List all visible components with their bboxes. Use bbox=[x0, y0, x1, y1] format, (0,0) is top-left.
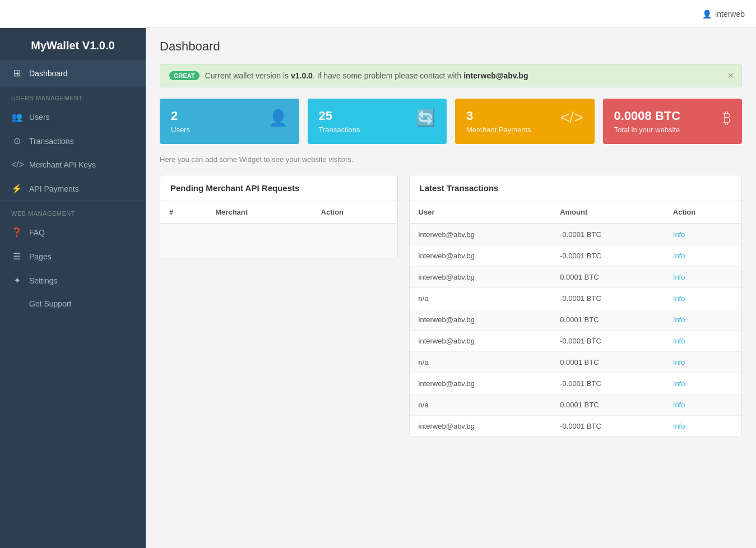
table-row: interweb@abv.bg -0.0001 BTC Info bbox=[410, 373, 741, 394]
sidebar-item-get-support[interactable]: Get Support bbox=[0, 292, 146, 315]
txn-user: n/a bbox=[410, 352, 551, 373]
txn-amount: -0.0001 BTC bbox=[551, 224, 664, 245]
sidebar-brand: MyWallet V1.0.0 bbox=[0, 28, 146, 61]
info-button[interactable]: Info bbox=[673, 337, 685, 345]
stat-card-icon: 🔄 bbox=[416, 109, 435, 127]
sidebar-item-settings[interactable]: ✦ Settings bbox=[0, 268, 146, 292]
alert-close-button[interactable]: × bbox=[727, 70, 734, 82]
txn-action: Info bbox=[664, 373, 741, 394]
widget-hint: Here you can add some Widget to see your… bbox=[160, 155, 742, 164]
stat-card-icon: ₿ bbox=[723, 109, 731, 127]
alert-version: v1.0.0 bbox=[291, 71, 313, 80]
info-button[interactable]: Info bbox=[673, 252, 685, 260]
alert-prefix: Current wallet version is bbox=[205, 71, 291, 80]
sidebar-section-web-management: WEB MANAGEMENT bbox=[0, 201, 146, 220]
stat-card-merchant-payments: 3 Merchant Payments </> bbox=[455, 99, 595, 144]
info-button[interactable]: Info bbox=[673, 273, 685, 281]
txn-user: interweb@abv.bg bbox=[410, 373, 551, 394]
user-icon: 👤 bbox=[702, 10, 712, 18]
alert-text: Current wallet version is v1.0.0. If hav… bbox=[205, 71, 528, 80]
topbar-user-section: 👤 interweb bbox=[702, 10, 745, 18]
pending-panel-body: # Merchant Action bbox=[160, 201, 397, 258]
stat-card-total-btc: 0.0008 BTC Total in your website ₿ bbox=[603, 99, 743, 144]
sidebar-item-users[interactable]: 👥 Users bbox=[0, 105, 146, 129]
stat-card-content: 0.0008 BTC Total in your website bbox=[614, 109, 681, 134]
alert-badge: GREAT bbox=[169, 71, 200, 80]
txn-amount: -0.0001 BTC bbox=[551, 331, 664, 352]
info-button[interactable]: Info bbox=[673, 422, 685, 430]
pages-icon: ☰ bbox=[11, 251, 22, 262]
stat-cards: 2 Users 👤 25 Transactions 🔄 3 Merchant P… bbox=[160, 99, 742, 144]
table-row: interweb@abv.bg 0.0001 BTC Info bbox=[410, 309, 741, 331]
txn-action: Info bbox=[664, 416, 741, 437]
txn-action: Info bbox=[664, 245, 741, 267]
txn-col-amount: Amount bbox=[551, 201, 664, 224]
info-button[interactable]: Info bbox=[673, 230, 685, 239]
sidebar-item-faq[interactable]: ❓ FAQ bbox=[0, 220, 146, 244]
sidebar-item-merchant-api-keys[interactable]: </> Merchant API Keys bbox=[0, 153, 146, 177]
txn-user: n/a bbox=[410, 394, 551, 416]
stat-card-label: Users bbox=[171, 126, 190, 134]
sidebar-item-label: Pages bbox=[29, 252, 52, 261]
table-row: interweb@abv.bg -0.0001 BTC Info bbox=[410, 245, 741, 267]
stat-card-users: 2 Users 👤 bbox=[160, 99, 299, 144]
sidebar-item-dashboard[interactable]: ⊞ Dashboard bbox=[0, 61, 146, 85]
sidebar-item-pages[interactable]: ☰ Pages bbox=[0, 244, 146, 268]
stat-card-content: 25 Transactions bbox=[319, 109, 360, 134]
txn-action: Info bbox=[664, 331, 741, 352]
pending-col-hash: # bbox=[160, 201, 206, 224]
sidebar-item-api-payments[interactable]: ⚡ API Payments bbox=[0, 177, 146, 201]
table-row: n/a 0.0001 BTC Info bbox=[410, 394, 741, 416]
sidebar-item-label: Settings bbox=[29, 276, 58, 285]
sidebar: MyWallet V1.0.0 ⊞ Dashboard USERS MANAGE… bbox=[0, 28, 146, 548]
stat-card-label: Merchant Payments bbox=[466, 126, 531, 134]
info-button[interactable]: Info bbox=[673, 358, 685, 366]
settings-icon: ✦ bbox=[11, 275, 22, 286]
info-button[interactable]: Info bbox=[673, 401, 685, 409]
stat-card-icon: </> bbox=[560, 109, 583, 127]
txn-amount: -0.0001 BTC bbox=[551, 416, 664, 437]
stat-card-content: 3 Merchant Payments bbox=[466, 109, 531, 134]
stat-card-number: 25 bbox=[319, 109, 360, 123]
info-button[interactable]: Info bbox=[673, 379, 685, 388]
pending-table: # Merchant Action bbox=[160, 201, 397, 258]
sidebar-item-transactions[interactable]: ⊙ Transactions bbox=[0, 129, 146, 153]
txn-user: interweb@abv.bg bbox=[410, 267, 551, 288]
users-icon: 👥 bbox=[11, 112, 22, 122]
transactions-icon: ⊙ bbox=[11, 136, 22, 146]
sidebar-item-label: Users bbox=[29, 113, 50, 122]
alert-mid: . If have some problem please contact wi… bbox=[313, 71, 463, 80]
info-button[interactable]: Info bbox=[673, 315, 685, 324]
alert-banner: GREAT Current wallet version is v1.0.0. … bbox=[160, 64, 742, 87]
transactions-table: User Amount Action interweb@abv.bg -0.00… bbox=[410, 201, 741, 436]
txn-amount: 0.0001 BTC bbox=[551, 394, 664, 416]
txn-col-user: User bbox=[410, 201, 551, 224]
txn-action: Info bbox=[664, 288, 741, 309]
topbar-username: interweb bbox=[715, 10, 745, 18]
api-payments-icon: ⚡ bbox=[11, 183, 22, 194]
txn-action: Info bbox=[664, 352, 741, 373]
table-row: interweb@abv.bg -0.0001 BTC Info bbox=[410, 224, 741, 245]
empty-row bbox=[160, 224, 397, 258]
txn-amount: 0.0001 BTC bbox=[551, 309, 664, 331]
sidebar-item-label: Transactions bbox=[29, 137, 74, 146]
merchant-api-icon: </> bbox=[11, 160, 22, 170]
panels: Pending Merchant API Requests # Merchant… bbox=[160, 175, 742, 437]
table-row: n/a -0.0001 BTC Info bbox=[410, 288, 741, 309]
pending-panel: Pending Merchant API Requests # Merchant… bbox=[160, 175, 398, 258]
txn-col-action: Action bbox=[664, 201, 741, 224]
txn-user: interweb@abv.bg bbox=[410, 245, 551, 267]
topbar: 👤 interweb bbox=[0, 0, 756, 28]
txn-user: interweb@abv.bg bbox=[410, 309, 551, 331]
transactions-panel-body: User Amount Action interweb@abv.bg -0.00… bbox=[410, 201, 741, 436]
stat-card-number: 0.0008 BTC bbox=[614, 109, 681, 123]
transactions-panel: Latest Transactions User Amount Action i… bbox=[409, 175, 742, 437]
pending-col-action: Action bbox=[312, 201, 397, 224]
stat-card-transactions: 25 Transactions 🔄 bbox=[308, 99, 447, 144]
sidebar-section-users-management: USERS MANAGEMENT bbox=[0, 85, 146, 105]
txn-user: interweb@abv.bg bbox=[410, 331, 551, 352]
txn-user: interweb@abv.bg bbox=[410, 416, 551, 437]
info-button[interactable]: Info bbox=[673, 294, 685, 303]
alert-email: interweb@abv.bg bbox=[463, 71, 528, 80]
stat-card-icon: 👤 bbox=[268, 109, 288, 127]
